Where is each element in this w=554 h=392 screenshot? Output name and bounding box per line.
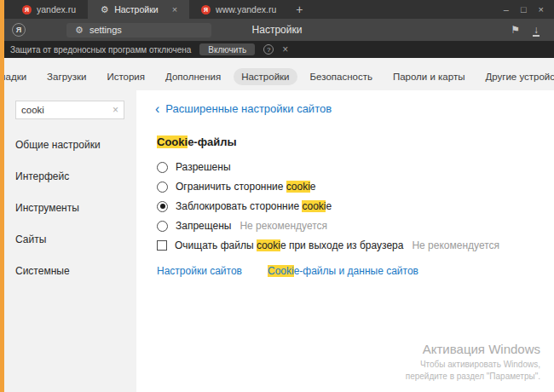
option-allowed[interactable]: Разрешены xyxy=(157,161,537,173)
option-note: Не рекомендуется xyxy=(239,220,327,232)
yandex-menu-button[interactable]: Я xyxy=(12,23,26,37)
yandex-favicon-icon: Я xyxy=(201,5,211,14)
nav-item-bookmarks[interactable]: Закладки xyxy=(0,68,34,85)
window-controls: – □ × xyxy=(504,0,554,19)
sidebar-item-sites[interactable]: Сайты xyxy=(15,233,136,245)
protection-notification-bar: Защита от вредоносных программ отключена… xyxy=(0,41,554,58)
section-title-rest: e-файлы xyxy=(188,135,237,148)
option-forbidden[interactable]: Запрещены Не рекомендуется xyxy=(157,220,537,232)
sidebar-item-interface[interactable]: Интерфейс xyxy=(15,170,136,182)
new-tab-button[interactable]: + xyxy=(288,0,310,19)
watermark-line: Чтобы активировать Windows, xyxy=(406,359,540,371)
browser-toolbar: Я ⚙ settings Настройки ⚑ ↓ xyxy=(0,19,554,41)
tab-label: www.yandex.ru xyxy=(216,4,276,14)
tab-label: yandex.ru xyxy=(37,4,76,14)
window-close-button[interactable]: × xyxy=(539,4,544,14)
address-text: settings xyxy=(89,25,122,35)
tab-yandex-ru[interactable]: Я yandex.ru xyxy=(10,0,88,19)
tab-close-icon[interactable]: × xyxy=(172,4,177,14)
radio-button[interactable] xyxy=(157,221,168,232)
radio-button[interactable] xyxy=(157,162,168,173)
related-links: Настройки сайтов Cookie-файлы и данные с… xyxy=(157,265,537,277)
checkbox[interactable] xyxy=(157,240,167,251)
sidebar-item-tools[interactable]: Инструменты xyxy=(15,202,136,214)
help-icon[interactable]: ? xyxy=(263,44,274,55)
option-note: Не рекомендуется xyxy=(412,239,499,251)
sidebar-item-system[interactable]: Системные xyxy=(15,265,136,277)
radio-button[interactable] xyxy=(157,182,168,193)
settings-page: Закладки Загрузки История Дополнения Нас… xyxy=(0,58,554,392)
toolbar-right-group: ⚑ ↓ xyxy=(511,24,545,36)
browser-window: Я yandex.ru ⚙ Настройки × Я www.yandex.r… xyxy=(0,0,554,392)
sidebar-item-general[interactable]: Общие настройки xyxy=(15,139,136,151)
tab-settings[interactable]: ⚙ Настройки × xyxy=(88,0,189,19)
back-link[interactable]: ‹ Расширенные настройки сайтов xyxy=(155,102,537,115)
cookie-section: Cookie-файлы Разрешены Ограничить сторон… xyxy=(157,135,537,277)
bookmark-flag-icon[interactable]: ⚑ xyxy=(511,24,520,36)
option-clear-on-exit[interactable]: Очищать файлы cookie при выходе из брауз… xyxy=(157,239,537,251)
option-label: Разрешены xyxy=(176,161,231,173)
search-clear-icon[interactable]: × xyxy=(113,104,118,116)
settings-nav: Закладки Загрузки История Дополнения Нас… xyxy=(0,58,554,85)
nav-item-history[interactable]: История xyxy=(99,68,153,85)
option-label: Очищать файлы cookie при выходе из брауз… xyxy=(175,239,403,251)
tab-www-yandex-ru[interactable]: Я www.yandex.ru xyxy=(189,0,288,19)
gear-icon: ⚙ xyxy=(75,25,84,36)
download-icon[interactable]: ↓ xyxy=(534,26,539,34)
tab-label: Настройки xyxy=(114,4,159,14)
option-label: Заблокировать сторонние cookie xyxy=(176,200,332,212)
option-limit-third-party[interactable]: Ограничить сторонние cookie xyxy=(157,181,537,193)
section-title: Cookie-файлы xyxy=(157,135,537,148)
option-label: Ограничить сторонние cookie xyxy=(176,181,315,193)
option-label: Запрещены xyxy=(176,220,231,232)
tab-bar: Я yandex.ru ⚙ Настройки × Я www.yandex.r… xyxy=(0,0,554,19)
nav-item-passwords[interactable]: Пароли и карты xyxy=(385,68,473,85)
notification-message: Защита от вредоносных программ отключена xyxy=(10,45,191,55)
back-chevron-icon: ‹ xyxy=(155,104,159,114)
watermark-title: Активация Windows xyxy=(406,342,540,356)
nav-item-downloads[interactable]: Загрузки xyxy=(39,68,94,85)
yandex-favicon-icon: Я xyxy=(22,5,32,14)
option-block-third-party[interactable]: Заблокировать сторонние cookie xyxy=(157,200,537,212)
restore-button[interactable]: □ xyxy=(521,4,527,14)
nav-item-settings[interactable]: Настройки xyxy=(234,68,297,85)
gear-icon: ⚙ xyxy=(100,5,109,14)
settings-main-panel: ‹ Расширенные настройки сайтов Cookie-фа… xyxy=(136,90,554,392)
sidebar-search-box: × xyxy=(15,101,124,119)
nav-item-security[interactable]: Безопасность xyxy=(303,68,380,85)
radio-button-checked[interactable] xyxy=(157,201,168,212)
windows-activation-watermark: Активация Windows Чтобы активировать Win… xyxy=(406,342,540,382)
watermark-line: перейдите в раздел "Параметры". xyxy=(406,371,540,383)
back-link-label: Расширенные настройки сайтов xyxy=(165,102,332,115)
nav-item-other-devices[interactable]: Другие устройства xyxy=(477,68,554,85)
nav-item-addons[interactable]: Дополнения xyxy=(158,68,228,85)
settings-sidebar: × Общие настройки Интерфейс Инструменты … xyxy=(0,90,136,392)
minimize-button[interactable]: – xyxy=(504,4,509,14)
site-settings-link[interactable]: Настройки сайтов xyxy=(157,265,242,277)
address-bar[interactable]: ⚙ settings xyxy=(66,23,211,37)
sidebar-search-input[interactable] xyxy=(21,105,113,115)
cookie-data-link[interactable]: Cookie-файлы и данные сайтов xyxy=(268,265,418,277)
notification-close-icon[interactable]: × xyxy=(282,43,288,55)
enable-protection-button[interactable]: Включить xyxy=(199,43,255,55)
section-title-highlight: Cooki xyxy=(157,135,188,148)
left-orange-stripe xyxy=(0,0,4,392)
settings-body: × Общие настройки Интерфейс Инструменты … xyxy=(0,90,554,392)
